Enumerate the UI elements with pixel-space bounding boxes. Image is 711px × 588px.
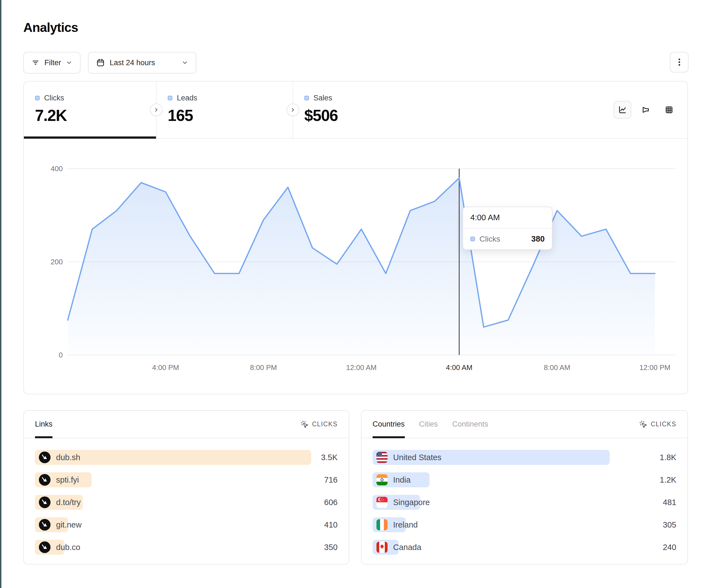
analytics-card: Clicks 7.2K Leads 165 Sales $506 xyxy=(23,81,688,394)
in-flag-icon xyxy=(376,474,388,485)
area-chart: 40020004:00 PM8:00 PM12:00 AM4:00 AM8:00… xyxy=(24,139,687,395)
chevron-down-icon xyxy=(181,59,189,66)
countries-list: United States1.8KIndia1.2KSingapore481Ir… xyxy=(362,438,687,555)
metric-label: CLICKS xyxy=(312,421,338,428)
y-axis-tick: 0 xyxy=(59,351,63,359)
item-label: United States xyxy=(393,453,441,462)
list-item[interactable]: dub.sh3.5K xyxy=(35,450,338,465)
countries-panel: Countries Cities Continents CLICKS Unite… xyxy=(361,410,688,564)
active-tab-underline xyxy=(24,136,156,139)
x-axis-tick: 12:00 AM xyxy=(346,363,377,372)
tab-countries[interactable]: Countries xyxy=(372,411,405,438)
item-clicks-value: 3.5K xyxy=(311,453,338,462)
table-view-button[interactable] xyxy=(660,101,678,119)
dub-logo-icon xyxy=(39,519,50,530)
more-options-button[interactable] xyxy=(670,52,689,72)
list-item[interactable]: git.new410 xyxy=(35,517,338,532)
table-view-icon xyxy=(664,105,674,115)
item-clicks-value: 481 xyxy=(610,498,676,507)
sg-flag-icon xyxy=(376,497,388,508)
calendar-icon xyxy=(96,58,105,67)
stat-label: Leads xyxy=(177,94,197,103)
dub-logo-icon xyxy=(39,541,50,553)
item-label: India xyxy=(393,475,411,484)
line-chart-view-button[interactable] xyxy=(613,101,631,119)
item-label: d.to/try xyxy=(56,498,81,507)
filter-button-label: Filter xyxy=(44,59,61,67)
date-range-button[interactable]: Last 24 hours xyxy=(88,52,196,73)
tooltip-time: 4:00 AM xyxy=(463,207,552,229)
x-axis-tick: 4:00 AM xyxy=(446,363,472,372)
tab-label: Links xyxy=(35,420,52,429)
tab-leads[interactable]: Leads 165 xyxy=(156,82,293,138)
funnel-view-button[interactable] xyxy=(637,101,655,119)
date-range-label: Last 24 hours xyxy=(110,59,155,67)
item-clicks-value: 410 xyxy=(311,520,338,529)
analytics-page: Analytics Filter Last 24 hours Clicks xyxy=(0,0,711,588)
x-axis-tick: 4:00 PM xyxy=(152,363,179,372)
tab-label: Countries xyxy=(372,420,405,429)
dub-logo-icon xyxy=(39,496,50,508)
list-item[interactable]: India1.2K xyxy=(372,472,676,487)
item-label: Canada xyxy=(393,543,422,552)
tab-sales[interactable]: Sales $506 xyxy=(293,82,410,138)
chevron-right-icon xyxy=(153,107,159,113)
cursor-click-icon xyxy=(639,420,647,429)
filter-button[interactable]: Filter xyxy=(23,52,81,73)
dub-logo-icon xyxy=(39,452,50,463)
tab-cities[interactable]: Cities xyxy=(419,411,438,438)
x-axis-tick: 12:00 PM xyxy=(639,363,670,372)
us-flag-icon xyxy=(376,452,388,463)
sales-legend-swatch xyxy=(304,96,309,100)
item-clicks-value: 240 xyxy=(610,543,676,552)
chart-view-toggles xyxy=(613,101,678,119)
kebab-menu-icon xyxy=(675,56,684,68)
stat-value: 7.2K xyxy=(35,106,156,125)
item-clicks-value: 350 xyxy=(311,543,338,552)
cursor-click-icon xyxy=(300,420,309,429)
item-clicks-value: 716 xyxy=(311,475,338,484)
tab-links[interactable]: Links xyxy=(35,411,52,438)
stat-value: $506 xyxy=(304,106,410,125)
tooltip-value: 380 xyxy=(531,234,545,244)
chevron-right-icon xyxy=(290,107,296,113)
dub-logo-icon xyxy=(39,474,50,485)
clicks-time-series-chart[interactable]: 40020004:00 PM8:00 PM12:00 AM4:00 AM8:00… xyxy=(24,139,687,395)
left-edge-accent xyxy=(0,0,1,588)
stats-tabs: Clicks 7.2K Leads 165 Sales $506 xyxy=(24,82,687,139)
clicks-metric-toggle[interactable]: CLICKS xyxy=(300,420,338,429)
tab-label: Cities xyxy=(419,420,438,429)
funnel-chart-icon xyxy=(641,105,651,115)
list-item[interactable]: spti.fyi716 xyxy=(35,472,338,487)
list-item[interactable]: Ireland305 xyxy=(372,517,676,532)
y-axis-tick: 200 xyxy=(51,258,63,266)
chart-tooltip: 4:00 AM Clicks 380 xyxy=(462,207,553,250)
links-panel: Links CLICKS dub.sh3.5Kspti.fyi716d.to/t… xyxy=(23,410,349,564)
item-label: dub.co xyxy=(56,543,80,552)
list-item[interactable]: d.to/try606 xyxy=(35,495,338,510)
stat-label: Sales xyxy=(314,94,332,103)
next-metric-button[interactable] xyxy=(286,104,299,116)
clicks-legend-swatch xyxy=(35,96,40,100)
next-metric-button[interactable] xyxy=(150,104,163,116)
clicks-metric-toggle[interactable]: CLICKS xyxy=(639,420,676,429)
line-chart-icon xyxy=(617,105,628,115)
tab-continents[interactable]: Continents xyxy=(452,411,488,438)
tab-clicks[interactable]: Clicks 7.2K xyxy=(24,82,156,138)
item-label: dub.sh xyxy=(56,453,80,462)
list-item[interactable]: Canada240 xyxy=(372,540,676,555)
list-item[interactable]: dub.co350 xyxy=(35,540,338,555)
tooltip-series-label: Clicks xyxy=(479,235,527,244)
item-clicks-value: 606 xyxy=(311,498,338,507)
metric-label: CLICKS xyxy=(651,421,676,428)
ca-flag-icon xyxy=(376,542,388,553)
list-item[interactable]: Singapore481 xyxy=(372,495,676,510)
item-clicks-value: 1.8K xyxy=(610,453,676,462)
filter-icon xyxy=(31,58,40,67)
chevron-down-icon xyxy=(66,59,73,66)
stat-label: Clicks xyxy=(44,94,64,103)
links-list: dub.sh3.5Kspti.fyi716d.to/try606git.new4… xyxy=(24,438,349,555)
list-item[interactable]: United States1.8K xyxy=(372,450,676,465)
item-label: Ireland xyxy=(393,520,418,529)
item-label: spti.fyi xyxy=(56,475,79,484)
